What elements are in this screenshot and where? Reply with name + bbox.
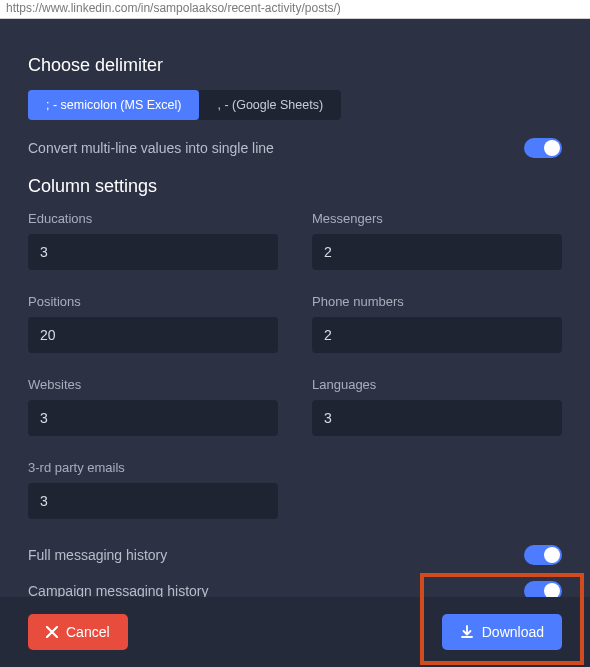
positions-field: Positions xyxy=(28,294,278,353)
download-label: Download xyxy=(482,624,544,640)
positions-input[interactable] xyxy=(28,317,278,353)
phones-input[interactable] xyxy=(312,317,562,353)
full-history-row: Full messaging history xyxy=(28,545,562,565)
url-bar: https://www.linkedin.com/in/sampolaakso/… xyxy=(0,0,590,19)
cancel-label: Cancel xyxy=(66,624,110,640)
languages-label: Languages xyxy=(312,377,562,392)
delimiter-comma-button[interactable]: , - (Google Sheets) xyxy=(199,90,341,120)
convert-multiline-row: Convert multi-line values into single li… xyxy=(28,138,562,158)
websites-input[interactable] xyxy=(28,400,278,436)
emails-label: 3-rd party emails xyxy=(28,460,278,475)
download-icon xyxy=(460,625,474,639)
messengers-label: Messengers xyxy=(312,211,562,226)
cancel-button[interactable]: Cancel xyxy=(28,614,128,650)
convert-multiline-label: Convert multi-line values into single li… xyxy=(28,140,274,156)
languages-field: Languages xyxy=(312,377,562,436)
download-button[interactable]: Download xyxy=(442,614,562,650)
close-icon xyxy=(46,626,58,638)
full-history-toggle[interactable] xyxy=(524,545,562,565)
websites-field: Websites xyxy=(28,377,278,436)
convert-multiline-toggle[interactable] xyxy=(524,138,562,158)
columns-title: Column settings xyxy=(28,176,562,197)
educations-field: Educations xyxy=(28,211,278,270)
emails-input[interactable] xyxy=(28,483,278,519)
messengers-field: Messengers xyxy=(312,211,562,270)
modal-footer: Cancel Download xyxy=(0,597,590,667)
delimiter-title: Choose delimiter xyxy=(28,55,562,76)
export-modal: Choose delimiter ; - semicolon (MS Excel… xyxy=(0,19,590,601)
delimiter-segmented: ; - semicolon (MS Excel) , - (Google She… xyxy=(28,90,562,120)
messengers-input[interactable] xyxy=(312,234,562,270)
phones-label: Phone numbers xyxy=(312,294,562,309)
languages-input[interactable] xyxy=(312,400,562,436)
emails-field: 3-rd party emails xyxy=(28,460,278,519)
websites-label: Websites xyxy=(28,377,278,392)
educations-label: Educations xyxy=(28,211,278,226)
educations-input[interactable] xyxy=(28,234,278,270)
delimiter-semicolon-button[interactable]: ; - semicolon (MS Excel) xyxy=(28,90,199,120)
columns-grid: Educations Messengers Positions Phone nu… xyxy=(28,211,562,519)
phones-field: Phone numbers xyxy=(312,294,562,353)
positions-label: Positions xyxy=(28,294,278,309)
full-history-label: Full messaging history xyxy=(28,547,167,563)
